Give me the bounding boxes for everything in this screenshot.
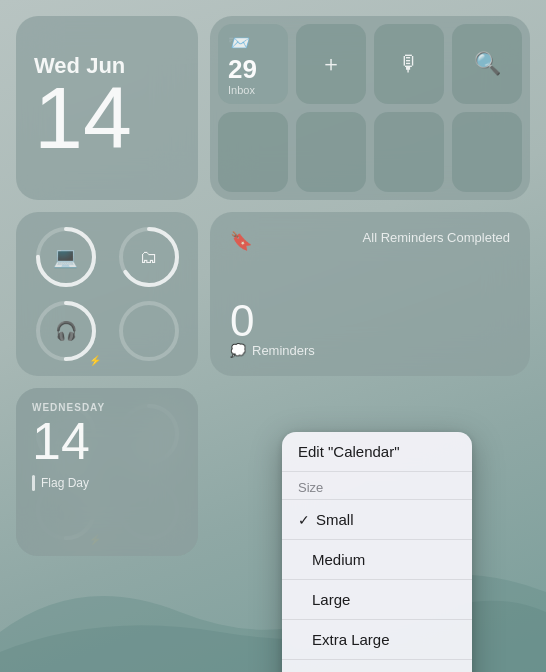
- reminders-completed-text: All Reminders Completed: [363, 230, 510, 245]
- control-empty-4: [452, 112, 522, 192]
- calendar-day-number: 14: [32, 415, 182, 467]
- reminders-widget: 🔖 All Reminders Completed 0 💭 Reminders: [210, 212, 530, 376]
- bookmark-icon: 🔖: [230, 230, 252, 252]
- empty-ring-svg: [116, 298, 182, 364]
- laptop-battery: 💻: [28, 224, 103, 290]
- control-center-widget: 📨 29 Inbox ＋ 🎙 🔍: [210, 16, 530, 200]
- airpods-ring: 🎧 ⚡: [33, 298, 99, 364]
- airpods-battery: 🎧 ⚡: [28, 298, 103, 364]
- calendar-small-widget: WEDNESDAY 14 Flag Day: [16, 388, 198, 556]
- control-empty-3: [374, 112, 444, 192]
- control-empty-1: [218, 112, 288, 192]
- control-empty-2: [296, 112, 366, 192]
- empty-ring: [116, 298, 182, 364]
- laptop-ring: 💻: [33, 224, 99, 290]
- reminders-top-row: 🔖 All Reminders Completed: [230, 230, 510, 252]
- size-medium-option[interactable]: Medium: [282, 540, 472, 580]
- add-button[interactable]: ＋: [296, 24, 366, 104]
- battery-empty: [111, 298, 186, 364]
- microphone-icon: 🎙: [398, 51, 420, 77]
- search-icon: 🔍: [474, 51, 501, 77]
- mail-count: 29: [228, 56, 278, 82]
- reminders-count: 0: [230, 299, 510, 343]
- case-ring: 🗂: [116, 224, 182, 290]
- plus-icon: ＋: [320, 49, 342, 79]
- calendar-event: Flag Day: [32, 475, 182, 491]
- case-battery: 🗂: [111, 224, 186, 290]
- remove-widget-button[interactable]: Remove Widget: [282, 660, 472, 672]
- reminders-emoji-icon: 💭: [230, 343, 246, 358]
- size-extra-large-option[interactable]: Extra Large: [282, 620, 472, 660]
- date-widget: Wed Jun 14: [16, 16, 198, 200]
- size-section-header: Size: [282, 472, 472, 500]
- day-number: 14: [34, 74, 180, 162]
- mail-icon-container: 📨 29 Inbox: [228, 32, 278, 96]
- airpods-icon: 🎧: [55, 320, 77, 342]
- mail-envelope-icon: 📨: [228, 32, 278, 54]
- svg-point-6: [121, 303, 177, 359]
- case-icon: 🗂: [140, 247, 158, 268]
- size-large-option[interactable]: Large: [282, 580, 472, 620]
- battery-widget-top: 💻 🗂 🎧 ⚡: [16, 212, 198, 376]
- calendar-event-line: [32, 475, 35, 491]
- calendar-event-name: Flag Day: [41, 476, 89, 490]
- search-button[interactable]: 🔍: [452, 24, 522, 104]
- reminders-footer: 💭 Reminders: [230, 343, 510, 358]
- charging-icon: ⚡: [89, 355, 101, 366]
- edit-calendar-button[interactable]: Edit "Calendar": [282, 432, 472, 472]
- size-small-option[interactable]: ✓ Small: [282, 500, 472, 540]
- mail-inbox-button[interactable]: 📨 29 Inbox: [218, 24, 288, 104]
- check-mark-icon: ✓: [298, 512, 310, 528]
- context-menu: Edit "Calendar" Size ✓ Small Medium Larg…: [282, 432, 472, 672]
- laptop-icon: 💻: [53, 245, 78, 269]
- reminders-count-section: 0 💭 Reminders: [230, 299, 510, 358]
- microphone-button[interactable]: 🎙: [374, 24, 444, 104]
- size-small-label: Small: [316, 511, 354, 528]
- reminders-label: Reminders: [252, 343, 315, 358]
- mail-label: Inbox: [228, 84, 278, 96]
